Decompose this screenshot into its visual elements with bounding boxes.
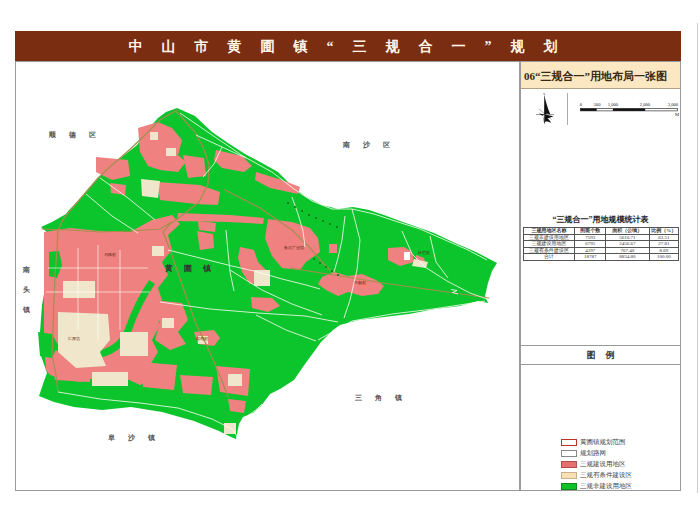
- svg-text:3,000: 3,000: [668, 102, 679, 108]
- svg-text:x: x: [543, 91, 546, 96]
- svg-text:食品产业园: 食品产业园: [283, 245, 304, 250]
- svg-text:M: M: [675, 112, 679, 117]
- svg-text:1,000: 1,000: [608, 102, 619, 108]
- svg-text:0: 0: [580, 102, 583, 107]
- svg-text:500: 500: [594, 102, 602, 107]
- svg-text:2,000: 2,000: [640, 102, 651, 108]
